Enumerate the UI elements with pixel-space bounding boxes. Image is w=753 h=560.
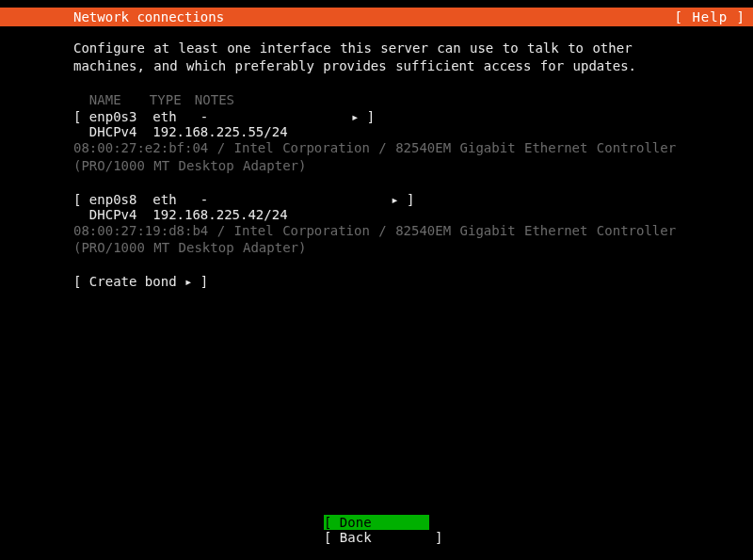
page-title: Network connections [73,9,224,24]
interface-address: DHCPv4 192.168.225.42/24 [73,207,680,222]
footer-buttons: [ Done ] [ Back ] [0,515,753,545]
columns-header: NAMETYPENOTES [73,92,680,107]
interface-row[interactable]: [ enp0s3 eth - ▸ ] [73,109,680,124]
back-button[interactable]: [ Back ] [324,530,429,545]
interface-address: DHCPv4 192.168.225.55/24 [73,124,680,139]
interface-row[interactable]: [ enp0s8 eth - ▸ ] [73,192,680,207]
header-bar: Network connections [ Help ] [0,8,753,26]
interface-hardware: 08:00:27:e2:bf:04 / Intel Corporation / … [73,139,680,175]
col-name: NAME [89,92,150,107]
interface-block: [ enp0s8 eth - ▸ ] DHCPv4 192.168.225.42… [73,192,680,258]
interface-hardware: 08:00:27:19:d8:b4 / Intel Corporation / … [73,222,680,258]
col-type: TYPE [150,92,195,107]
interface-block: [ enp0s3 eth - ▸ ] DHCPv4 192.168.225.55… [73,109,680,175]
done-button[interactable]: [ Done ] [324,515,429,530]
help-button[interactable]: [ Help ] [675,9,745,24]
col-notes: NOTES [195,92,234,107]
create-bond-button[interactable]: [ Create bond ▸ ] [73,274,680,289]
main-content: Configure at least one interface this se… [0,26,753,289]
description-text: Configure at least one interface this se… [73,40,680,75]
